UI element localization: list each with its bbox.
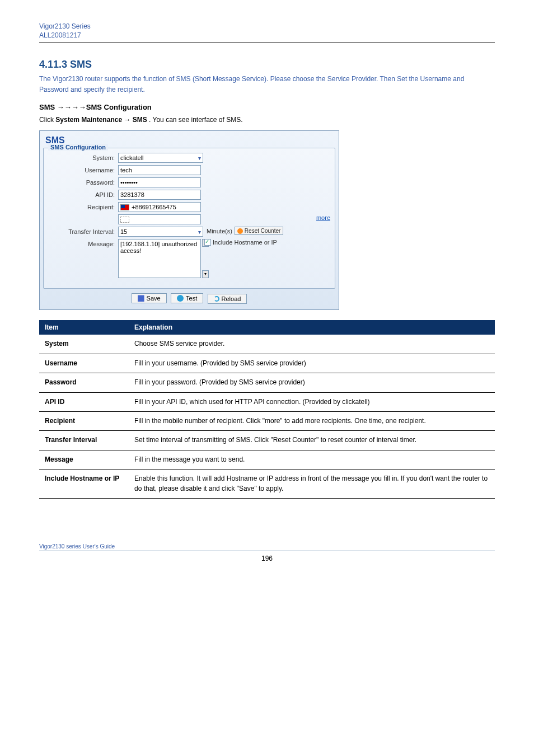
row-system: System: clickatell ▾ [48,153,330,163]
chevron-down-icon: ▾ [198,229,201,235]
scroll-down-icon[interactable]: ▾ [202,270,209,278]
table-row: Include Hostname or IPEnable this functi… [39,469,495,499]
more-link[interactable]: more [316,214,330,221]
description-table: Item Explanation SystemChoose SMS servic… [39,320,495,499]
path-bold-a: System Maintenance [55,116,124,124]
term: Username [39,354,129,373]
path-bold-b: SMS [133,116,147,124]
desc: Fill in the message you want to send. [129,450,495,469]
arrow-icon: → [124,116,130,124]
section-description: The Vigor2130 router supports the functi… [39,74,495,95]
row-apiid: API ID: [48,190,330,200]
term: System [39,335,129,354]
recipient-input-2[interactable] [118,214,201,224]
sms-screenshot: SMS SMS Configuration System: clickatell… [39,130,339,310]
recipient-input-1[interactable]: +886912665475 [118,202,201,212]
reload-icon [214,296,219,302]
table-row: MessageFill in the message you want to s… [39,450,495,469]
fieldset-legend: SMS Configuration [48,144,108,151]
interval-value: 15 [120,228,127,235]
label-username: Username: [48,165,118,173]
minutes-label: Minute(s) [207,228,232,234]
term: Include Hostname or IP [39,469,129,499]
reload-button[interactable]: Reload [208,294,247,304]
label-password: Password: [48,177,118,186]
label-recipient: Recipient: [48,202,118,210]
flag-empty-icon [120,217,129,223]
row-password: Password: [48,177,330,187]
label-apiid: API ID: [48,190,118,198]
row-recipient-1: Recipient: +886912665475 [48,202,330,212]
row-message: Message: [192.168.1.10] unauthorized acc… [48,239,330,278]
test-icon [177,295,184,302]
label-system: System: [48,153,118,161]
row-username: Username: [48,165,330,175]
header-product: Vigor2130 Series [39,22,495,30]
label-interval: Transfer Interval: [48,227,118,235]
desc: Fill in your username. (Provided by SMS … [129,354,495,373]
include-hostname-checkbox[interactable] [204,239,211,246]
label-blank [48,214,118,216]
header-subtitle: ALL20081217 [39,31,495,39]
term: Recipient [39,411,129,430]
term: Transfer Interval [39,431,129,450]
recipient-value-1: +886912665475 [132,204,176,210]
reset-counter-label: Reset Counter [245,228,280,234]
reset-icon [237,228,243,234]
table-row: UsernameFill in your username. (Provided… [39,354,495,373]
term: Message [39,450,129,469]
reload-label: Reload [222,295,241,302]
table-row: RecipientFill in the mobile number of re… [39,411,495,430]
password-input[interactable] [118,177,201,187]
footer-note: Vigor2130 series User's Guide [39,543,495,550]
desc: Enable this function. It will add Hostna… [129,469,495,499]
row-recipient-2: more [48,214,330,224]
table-row: API IDFill in your API ID, which used fo… [39,392,495,411]
footer-divider [39,551,495,551]
table-row: PasswordFill in your password. (Provided… [39,373,495,392]
include-hostname-label: Include Hostname or IP [213,239,277,246]
test-button[interactable]: Test [171,293,203,303]
term: Password [39,373,129,392]
table-header-item: Item [39,320,129,335]
message-textarea[interactable]: [192.168.1.10] unauthorized access! [118,239,201,278]
save-button[interactable]: Save [132,293,167,303]
subsection-path: Click System Maintenance → SMS . You can… [39,115,495,125]
test-label: Test [186,295,197,302]
page-number: 196 [39,555,495,562]
table-row: SystemChoose SMS service provider. [39,335,495,354]
sms-configuration-fieldset: SMS Configuration System: clickatell ▾ U… [43,148,335,289]
desc: Set time interval of transmitting of SMS… [129,431,495,450]
label-message: Message: [48,239,118,247]
flag-icon [120,204,129,210]
path-prefix: Click [39,116,55,124]
desc: Fill in the mobile number of recipient. … [129,411,495,430]
table-header-explanation: Explanation [129,320,495,335]
button-bar: Save Test Reload [43,293,335,304]
desc: Choose SMS service provider. [129,335,495,354]
interval-select[interactable]: 15 ▾ [118,227,203,237]
username-input[interactable] [118,165,201,175]
system-select-value: clickatell [120,154,144,161]
term: API ID [39,392,129,411]
apiid-input[interactable] [118,190,201,200]
path-suffix: . You can see interface of SMS. [149,116,242,124]
system-select[interactable]: clickatell ▾ [118,153,203,163]
save-label: Save [147,295,161,302]
table-row: Transfer IntervalSet time interval of tr… [39,431,495,450]
row-interval: Transfer Interval: 15 ▾ Minute(s) Reset … [48,227,330,237]
chevron-down-icon: ▾ [198,155,201,161]
section-title: 4.11.3 SMS [39,59,495,71]
save-icon [138,295,144,302]
desc: Fill in your API ID, which used for HTTP… [129,392,495,411]
subsection-title: SMS →→→→SMS Configuration [39,103,495,111]
header-divider [39,43,495,43]
desc: Fill in your password. (Provided by SMS … [129,373,495,392]
reset-counter-button[interactable]: Reset Counter [235,227,283,235]
